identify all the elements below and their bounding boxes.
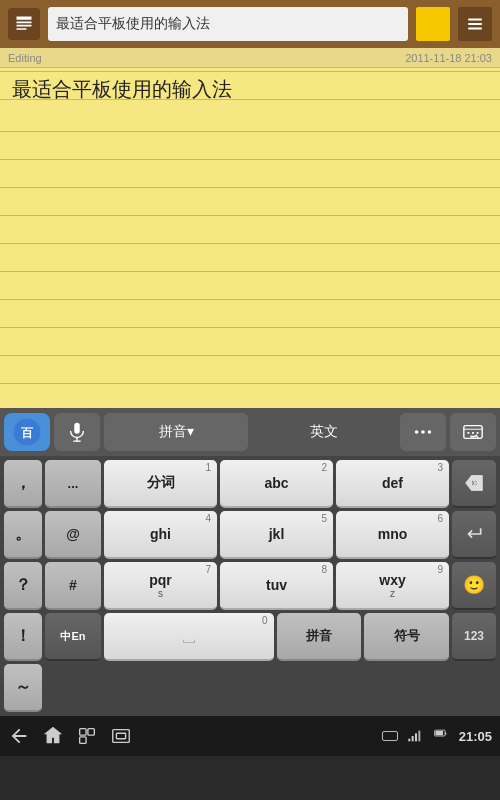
key-1-fenci[interactable]: 1 分词 (104, 460, 217, 508)
ime-bar: 百 拼音▾ 英文 (0, 408, 500, 456)
menu-button[interactable] (458, 7, 492, 41)
key-comma[interactable]: ， (4, 460, 42, 508)
key-backspace[interactable] (452, 460, 496, 508)
right-function-col: 🙂 123 (452, 460, 496, 712)
recent-apps-icon[interactable] (76, 725, 98, 747)
nav-right-status: 21:05 (381, 727, 492, 745)
main-keyboard: ... 1 分词 2 abc 3 def @ 4 ghi (45, 460, 449, 712)
app-icon[interactable] (8, 8, 40, 40)
note-content[interactable]: 最适合平板使用的输入法 (0, 68, 500, 111)
svg-rect-16 (113, 730, 130, 743)
key-4-ghi[interactable]: 4 ghi (104, 511, 217, 559)
key-enter[interactable] (452, 511, 496, 559)
key-6-mno[interactable]: 6 mno (336, 511, 449, 559)
svg-point-5 (415, 430, 419, 434)
svg-rect-24 (411, 736, 413, 741)
svg-rect-15 (80, 737, 86, 743)
title-bar: 最适合平板使用的输入法 (0, 0, 500, 48)
key-hash[interactable]: # (45, 562, 101, 610)
key-7-pqrs[interactable]: 7 pqr s (104, 562, 217, 610)
note-header: Editing 2011-11-18 21:03 (0, 48, 500, 68)
pinyin-button[interactable]: 拼音▾ (104, 413, 248, 451)
key-2-abc[interactable]: 2 abc (220, 460, 333, 508)
key-tilde[interactable]: ～ (4, 664, 42, 712)
english-button[interactable]: 英文 (252, 413, 396, 451)
editing-label: Editing (8, 52, 42, 64)
key-question[interactable]: ？ (4, 562, 42, 610)
key-3-def[interactable]: 3 def (336, 460, 449, 508)
key-exclaim[interactable]: ！ (4, 613, 42, 661)
key-ellipsis[interactable]: ... (45, 460, 101, 508)
keyboard-body: ， 。 ？ ！ ～ ... 1 分词 2 abc (0, 456, 500, 716)
more-button[interactable] (400, 413, 446, 451)
keyboard-row-3: # 7 pqr s 8 tuv 9 wxy z (45, 562, 449, 610)
svg-rect-17 (116, 733, 125, 739)
svg-point-7 (428, 430, 432, 434)
key-123[interactable]: 123 (452, 613, 496, 661)
nav-bar: 21:05 (0, 716, 500, 756)
lined-paper-bg (0, 68, 500, 408)
nav-left-buttons (8, 725, 132, 747)
keyboard-icon (381, 727, 399, 745)
color-picker[interactable] (416, 7, 450, 41)
note-body[interactable]: 最适合平板使用的输入法 (0, 68, 500, 408)
keyboard-row-1: ... 1 分词 2 abc 3 def (45, 460, 449, 508)
note-title-input[interactable]: 最适合平板使用的输入法 (48, 7, 408, 41)
english-label: 英文 (310, 423, 338, 441)
signal-icon (407, 728, 423, 744)
keyboard-row-4: 中En 0 ⎵ 拼音 符号 (45, 613, 449, 661)
back-icon[interactable] (8, 725, 30, 747)
title-text: 最适合平板使用的输入法 (56, 15, 210, 33)
screenshot-icon[interactable] (110, 725, 132, 747)
svg-rect-23 (408, 739, 410, 742)
key-at[interactable]: @ (45, 511, 101, 559)
key-zh-en[interactable]: 中En (45, 613, 101, 661)
timestamp: 2011-11-18 21:03 (405, 52, 492, 64)
battery-icon (431, 729, 451, 743)
key-9-wxyz[interactable]: 9 wxy z (336, 562, 449, 610)
home-icon[interactable] (42, 725, 64, 747)
svg-rect-14 (88, 729, 94, 735)
svg-rect-18 (382, 732, 397, 741)
microphone-button[interactable] (54, 413, 100, 451)
svg-point-6 (421, 430, 425, 434)
svg-rect-25 (415, 733, 417, 741)
svg-rect-13 (80, 729, 86, 735)
left-punctuation-col: ， 。 ？ ！ ～ (4, 460, 42, 712)
key-symbols[interactable]: 符号 (364, 613, 449, 661)
note-title-text: 最适合平板使用的输入法 (12, 76, 488, 103)
key-period[interactable]: 。 (4, 511, 42, 559)
key-5-jkl[interactable]: 5 jkl (220, 511, 333, 559)
key-space[interactable]: 0 ⎵ (104, 613, 274, 661)
pinyin-label: 拼音▾ (159, 423, 194, 441)
svg-rect-28 (435, 731, 443, 735)
svg-text:百: 百 (21, 426, 34, 440)
baidu-ime-button[interactable]: 百 (4, 413, 50, 451)
key-8-tuv[interactable]: 8 tuv (220, 562, 333, 610)
clock: 21:05 (459, 729, 492, 744)
svg-rect-2 (74, 423, 80, 434)
hide-keyboard-button[interactable] (450, 413, 496, 451)
key-emoji[interactable]: 🙂 (452, 562, 496, 610)
svg-rect-26 (418, 731, 420, 742)
keyboard-row-2: @ 4 ghi 5 jkl 6 mno (45, 511, 449, 559)
key-pinyin[interactable]: 拼音 (277, 613, 362, 661)
